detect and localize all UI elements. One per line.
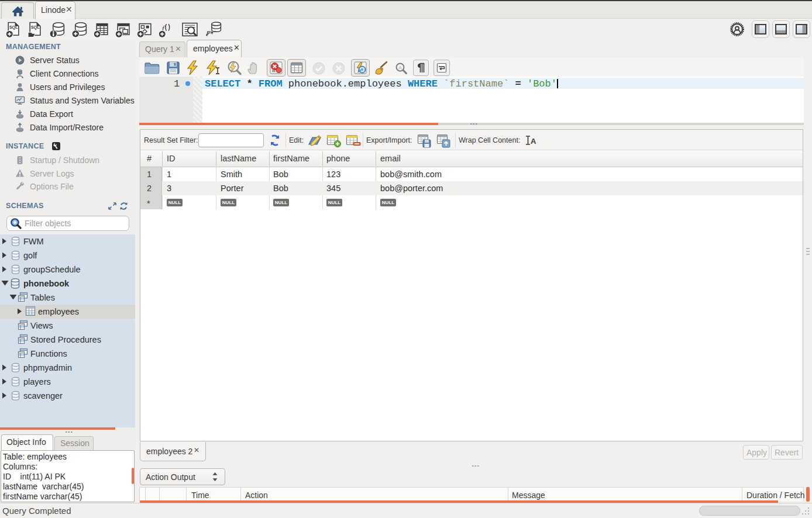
- svg-text:Tables: Tables: [30, 293, 55, 302]
- svg-text:SQL: SQL: [31, 25, 40, 30]
- svg-text:Functions: Functions: [30, 349, 67, 358]
- svg-text:A: A: [398, 65, 402, 71]
- svg-text:A: A: [531, 137, 536, 146]
- svg-text:Stored Procedures: Stored Procedures: [30, 335, 101, 344]
- svg-text:employees: employees: [38, 307, 79, 316]
- svg-text:SQL: SQL: [9, 25, 18, 30]
- svg-text:scavenger: scavenger: [23, 391, 63, 400]
- svg-text:players: players: [23, 377, 51, 386]
- svg-text:FWM: FWM: [23, 237, 44, 246]
- svg-text:groupSchedule: groupSchedule: [23, 265, 81, 274]
- svg-text:phonebook: phonebook: [23, 279, 70, 288]
- svg-text:phpmyadmin: phpmyadmin: [23, 363, 72, 372]
- svg-text:Views: Views: [30, 321, 53, 330]
- svg-text:golf: golf: [23, 251, 37, 260]
